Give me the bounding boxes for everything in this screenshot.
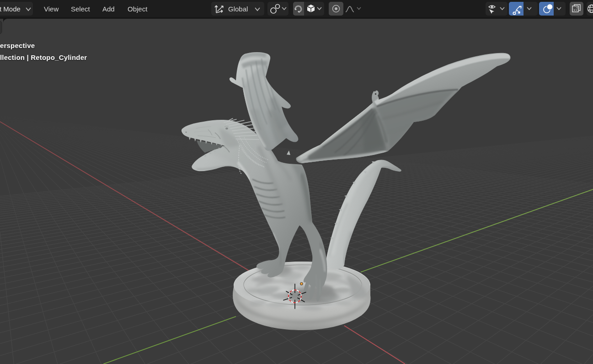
svg-text:Select: Select (71, 5, 91, 13)
svg-text:t Mode: t Mode (0, 5, 21, 13)
svg-text:Object: Object (128, 5, 148, 13)
svg-text:Add: Add (102, 5, 115, 13)
svg-text:View: View (44, 5, 59, 13)
svg-text:Global: Global (228, 5, 248, 13)
